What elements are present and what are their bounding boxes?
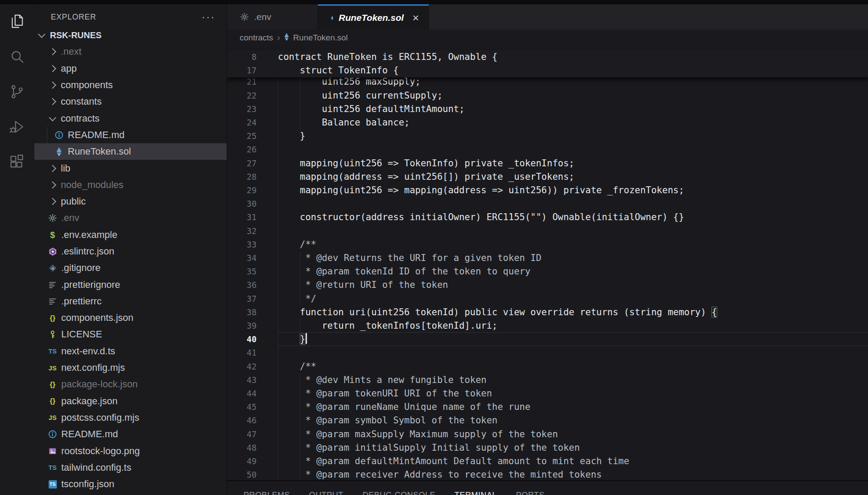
line-number: 28	[227, 170, 257, 184]
file-row[interactable]: .gitignore	[34, 260, 227, 276]
panel-tab-ports[interactable]: PORTS	[516, 490, 545, 495]
code-text[interactable]: * @param tokenURI URI of the token	[278, 387, 492, 400]
code-text[interactable]: uint256 defaultMintAmount;	[278, 102, 465, 116]
code-text[interactable]: * @param maxSupply Maximum supply of the…	[278, 428, 558, 441]
code-line: 31 constructor(address initialOwner) ERC…	[227, 211, 868, 224]
code-line: 43 * @dev Mints a new fungible token	[227, 373, 868, 387]
code-text[interactable]: */	[278, 292, 317, 306]
code-text[interactable]: mapping(address => uint256[]) private _u…	[278, 170, 574, 184]
activity-bar	[0, 4, 34, 495]
line-number: 50	[227, 468, 257, 482]
code-text[interactable]: * @param tokenId ID of the token to quer…	[278, 265, 531, 278]
code-line: 47 * @param maxSupply Maximum supply of …	[227, 428, 868, 441]
line-number: 43	[227, 373, 257, 387]
vscode-window: EXPLORER ··· RSK-RUNES.nextappcomponents…	[0, 0, 868, 495]
extensions-icon[interactable]	[7, 152, 26, 172]
source-control-icon[interactable]	[7, 82, 26, 101]
panel-tab-debug-console[interactable]: DEBUG CONSOLE	[363, 490, 436, 495]
code-text[interactable]: uint256 currentSupply;	[278, 89, 442, 102]
item-label: .eslintrc.json	[61, 246, 114, 257]
folder-row[interactable]: public	[34, 193, 227, 210]
breadcrumb-segment[interactable]: contracts	[240, 33, 273, 43]
panel-tab-terminal[interactable]: TERMINAL	[455, 490, 497, 495]
file-row[interactable]: README.md	[34, 127, 227, 143]
code-text[interactable]: * @param initialSupply Initial supply of…	[278, 441, 580, 455]
tab--env[interactable]: .env	[227, 4, 318, 30]
item-label: postcss.config.mjs	[61, 412, 139, 423]
file-row[interactable]: .env	[34, 210, 227, 226]
code-text[interactable]: }	[278, 129, 305, 143]
item-label: tailwind.config.ts	[61, 462, 131, 473]
folder-row[interactable]: node_modules	[34, 177, 227, 193]
more-actions-icon[interactable]: ···	[201, 15, 215, 19]
item-label: .gitignore	[61, 262, 101, 274]
file-row[interactable]: RuneToken.sol	[34, 143, 227, 160]
code-line: 44 * @param tokenURI URI of the token	[227, 387, 868, 400]
folder-row[interactable]: RSK-RUNES	[34, 27, 227, 43]
line-number: 40	[227, 333, 257, 346]
file-row[interactable]: JSpostcss.config.mjs	[34, 409, 227, 426]
file-row[interactable]: TSnext-env.d.ts	[34, 343, 227, 360]
line-number: 24	[227, 116, 257, 129]
file-row[interactable]: $.env.example	[34, 227, 227, 243]
code-text[interactable]: * @param runeName Unique name of the run…	[278, 400, 531, 414]
code-line: 26	[227, 143, 868, 156]
file-row[interactable]: {}components.json	[34, 310, 227, 326]
folder-row[interactable]: lib	[34, 160, 227, 176]
code-text[interactable]: * @param defaultMintAmount Default amoun…	[278, 455, 629, 468]
code-text[interactable]: * @return URI of the token	[278, 278, 448, 292]
item-label: tsconfig.json	[61, 478, 114, 490]
folder-row[interactable]: constants	[34, 93, 227, 110]
bracket-match: }	[300, 334, 306, 344]
search-icon[interactable]	[7, 47, 26, 66]
code-text[interactable]: * @param symbol Symbol of the token	[278, 414, 498, 427]
code-text[interactable]: mapping(uint256 => TokenInfo) private _t…	[278, 157, 574, 170]
tab-runetoken-sol[interactable]: RuneToken.sol×	[318, 4, 429, 30]
code-text[interactable]: }	[278, 333, 307, 346]
code-text[interactable]: return _tokenInfos[tokenId].uri;	[278, 319, 498, 333]
code-text[interactable]: * @param receiver Address to receive the…	[278, 468, 602, 482]
line-number: 29	[227, 184, 257, 197]
code-text[interactable]: mapping(uint256 => mapping(address => ui…	[278, 184, 684, 197]
item-label: RSK-RUNES	[50, 30, 102, 40]
file-row[interactable]: .prettierignore	[34, 276, 227, 293]
chevron-right-icon	[49, 48, 56, 56]
folder-row[interactable]: app	[34, 60, 227, 77]
panel-tab-problems[interactable]: PROBLEMS	[244, 490, 290, 495]
code-editor[interactable]: 21 uint256 maxSupply;22 uint256 currentS…	[227, 46, 868, 485]
item-label: rootstock-logo.png	[61, 446, 140, 457]
code-text[interactable]: /**	[278, 238, 317, 251]
file-row[interactable]: .prettierrc	[34, 293, 227, 310]
code-text[interactable]: function uri(uint256 tokenId) public vie…	[278, 306, 717, 319]
folder-row[interactable]: components	[34, 77, 227, 93]
code-text[interactable]: constructor(address initialOwner) ERC115…	[278, 211, 684, 224]
file-row[interactable]: {}package.json	[34, 393, 227, 409]
run-debug-icon[interactable]	[7, 117, 26, 136]
file-row[interactable]: LICENSE	[34, 326, 227, 343]
line-number: 48	[227, 441, 257, 455]
file-row[interactable]: README.md	[34, 426, 227, 442]
sticky-scroll[interactable]: 8contract RuneToken is ERC1155, Ownable …	[227, 50, 868, 78]
file-row[interactable]: JSnext.config.mjs	[34, 360, 227, 376]
close-icon[interactable]: ×	[413, 13, 419, 22]
breadcrumb-segment[interactable]: RuneToken.sol	[293, 33, 348, 43]
code-line: 42 /**	[227, 360, 868, 373]
code-text[interactable]: /**	[278, 360, 317, 373]
code-text[interactable]: struct TokenInfo {	[278, 64, 399, 77]
code-text[interactable]: * @dev Returns the URI for a given token…	[278, 251, 541, 265]
file-row[interactable]: .eslintrc.json	[34, 243, 227, 260]
code-line: 27 mapping(uint256 => TokenInfo) private…	[227, 157, 868, 170]
folder-row[interactable]: contracts	[34, 110, 227, 126]
file-row[interactable]: {}package-lock.json	[34, 376, 227, 393]
file-row[interactable]: TStsconfig.json	[34, 476, 227, 492]
panel-tab-output[interactable]: OUTPUT	[309, 490, 343, 495]
chevron-right-icon	[49, 98, 56, 106]
dollar-icon: $	[50, 231, 55, 239]
code-text[interactable]: Balance balance;	[278, 116, 409, 129]
code-text[interactable]: * @dev Mints a new fungible token	[278, 373, 486, 387]
file-row[interactable]: TStailwind.config.ts	[34, 459, 227, 476]
explorer-icon[interactable]	[7, 12, 26, 31]
file-row[interactable]: rootstock-logo.png	[34, 442, 227, 459]
folder-row[interactable]: .next	[34, 43, 227, 60]
code-text[interactable]: contract RuneToken is ERC1155, Ownable {	[278, 50, 498, 64]
